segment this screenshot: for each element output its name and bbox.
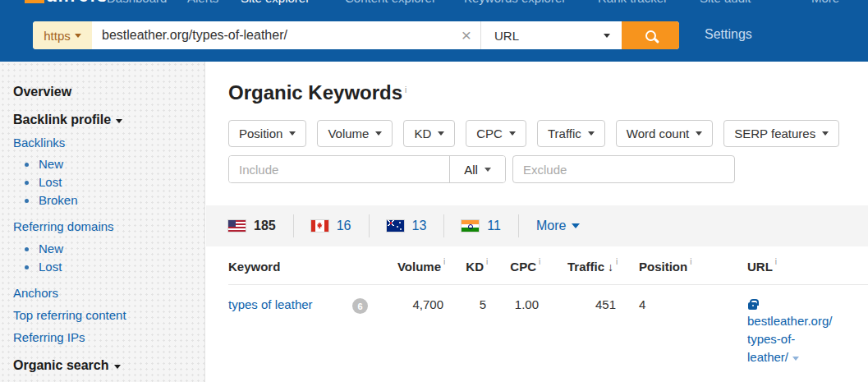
chevron-down-icon: [116, 119, 122, 123]
country-tab-ca[interactable]: 16: [294, 219, 369, 233]
result-url-link[interactable]: leather/: [747, 348, 868, 366]
serp-features-badge[interactable]: 6: [352, 298, 368, 314]
nav-item-keywords-explorer[interactable]: Keywords explorer: [464, 0, 566, 7]
filter-volume-dropdown[interactable]: Volume: [317, 120, 393, 147]
col-header-url[interactable]: URLi: [747, 260, 868, 274]
chevron-down-icon: [485, 168, 491, 172]
nav-item-site-audit[interactable]: Site audit: [700, 0, 751, 7]
top-header: ahrefs Dashboard Alerts Site explorer Co…: [0, 0, 868, 62]
result-url-link[interactable]: bestleather.org/: [747, 312, 868, 330]
clear-input-icon[interactable]: ×: [452, 21, 480, 49]
search-icon: [645, 30, 656, 41]
sidebar-item-refdomains-new[interactable]: New: [13, 240, 204, 258]
include-filter-group: All: [228, 155, 506, 183]
cpc-value: 1.00: [486, 297, 539, 366]
sidebar-item-backlinks-new[interactable]: New: [13, 155, 204, 173]
filter-word-count-dropdown[interactable]: Word count: [616, 120, 713, 147]
chevron-down-icon: [604, 34, 610, 38]
include-exclude-row: All: [228, 155, 868, 183]
url-options-chevron-icon[interactable]: [792, 357, 799, 361]
exclude-input[interactable]: [512, 155, 735, 183]
country-tab-us[interactable]: 185: [228, 219, 293, 233]
position-value: 4: [616, 297, 747, 366]
sidebar-item-overview[interactable]: Overview: [13, 83, 204, 101]
sidebar-item-backlinks-broken[interactable]: Broken: [13, 191, 204, 209]
settings-link[interactable]: Settings: [705, 27, 752, 42]
chevron-down-icon: [588, 131, 595, 136]
page-title: Organic Keywordsi: [228, 81, 868, 104]
filter-kd-dropdown[interactable]: KD: [403, 120, 455, 147]
result-url-link[interactable]: types-of-: [747, 330, 868, 348]
sidebar-item-backlinks[interactable]: Backlinks: [13, 134, 204, 152]
sidebar-item-referring-ips[interactable]: Referring IPs: [13, 329, 204, 347]
ahrefs-logo-text[interactable]: ahrefs: [47, 0, 108, 6]
ahrefs-app: ahrefs Dashboard Alerts Site explorer Co…: [0, 0, 868, 382]
nav-item-more[interactable]: More: [811, 0, 839, 7]
chevron-down-icon: [375, 131, 382, 136]
keywords-table-header: Keyword Volumei KDi CPCi Traffic↓i Posit…: [228, 260, 868, 285]
country-tabs-band: 185 16 13 11 More: [206, 205, 868, 246]
nav-item-dashboard[interactable]: Dashboard: [107, 0, 167, 7]
australia-flag-icon: [387, 220, 404, 232]
target-url-input[interactable]: [92, 21, 452, 49]
sidebar-item-top-referring-content[interactable]: Top referring content: [13, 306, 204, 324]
col-header-kd[interactable]: KDi: [443, 260, 486, 274]
https-lock-icon: [748, 302, 757, 310]
target-search-bar: https × URL: [33, 21, 679, 49]
keyword-cell: types of leather 6: [228, 297, 379, 366]
filter-serp-features-dropdown[interactable]: SERP features: [723, 120, 839, 147]
col-header-keyword[interactable]: Keyword: [228, 260, 379, 274]
filter-toolbar: Position Volume KD CPC Traffic Word coun…: [228, 120, 868, 147]
country-tab-au[interactable]: 13: [370, 219, 444, 233]
chevron-down-icon: [822, 131, 829, 136]
india-flag-icon: [462, 220, 479, 232]
sidebar-item-refdomains-lost[interactable]: Lost: [13, 258, 204, 276]
report-sidebar: Overview Backlink profile Backlinks New …: [0, 62, 205, 382]
col-header-cpc[interactable]: CPCi: [486, 260, 539, 274]
filter-traffic-dropdown[interactable]: Traffic: [537, 120, 605, 147]
include-input[interactable]: [229, 156, 449, 182]
search-mode-dropdown[interactable]: URL: [480, 21, 622, 49]
chevron-down-icon: [572, 223, 580, 228]
keyword-link[interactable]: types of leather: [228, 297, 313, 311]
canada-flag-icon: [311, 220, 328, 232]
col-header-position[interactable]: Positioni: [616, 260, 747, 274]
protocol-label: https: [44, 29, 71, 43]
country-tab-in[interactable]: 11: [444, 219, 518, 233]
nav-item-alerts[interactable]: Alerts: [187, 0, 218, 7]
protocol-dropdown[interactable]: https: [33, 21, 92, 49]
col-header-volume[interactable]: Volumei: [379, 260, 443, 274]
main-content: Organic Keywordsi Position Volume KD CPC…: [206, 62, 868, 382]
traffic-value: 451: [539, 297, 616, 366]
chevron-down-icon: [438, 131, 444, 136]
sidebar-item-anchors[interactable]: Anchors: [13, 284, 204, 302]
chevron-down-icon: [75, 34, 81, 38]
search-button[interactable]: [622, 21, 679, 49]
nav-item-site-explorer[interactable]: Site explorer: [241, 0, 310, 7]
chevron-down-icon: [289, 131, 296, 136]
chevron-down-icon: [696, 131, 702, 136]
keyword-table-row: types of leather 6 4,700 5 1.00 451 4 be…: [228, 285, 868, 366]
chevron-down-icon: [114, 365, 121, 369]
kd-value: 5: [443, 297, 486, 366]
nav-item-rank-tracker[interactable]: Rank tracker: [598, 0, 668, 7]
filter-position-dropdown[interactable]: Position: [228, 120, 306, 147]
search-mode-label: URL: [494, 29, 519, 43]
url-cell: bestleather.org/ types-of- leather/: [747, 297, 868, 366]
sort-desc-icon: ↓: [608, 260, 613, 274]
sidebar-item-organic-search[interactable]: Organic search: [13, 357, 204, 375]
filter-cpc-dropdown[interactable]: CPC: [466, 120, 526, 147]
sidebar-item-referring-domains[interactable]: Referring domains: [13, 218, 204, 236]
include-scope-dropdown[interactable]: All: [449, 156, 505, 182]
chevron-down-icon: [509, 131, 516, 136]
sidebar-item-backlink-profile[interactable]: Backlink profile: [13, 111, 204, 129]
more-countries-dropdown[interactable]: More: [519, 219, 580, 233]
ahrefs-logo-icon[interactable]: [25, 0, 44, 3]
us-flag-icon: [228, 220, 246, 232]
volume-value: 4,700: [379, 297, 443, 366]
sidebar-item-backlinks-lost[interactable]: Lost: [13, 173, 204, 191]
nav-item-content-explorer[interactable]: Content explorer: [345, 0, 436, 7]
col-header-traffic[interactable]: Traffic↓i: [539, 260, 616, 274]
